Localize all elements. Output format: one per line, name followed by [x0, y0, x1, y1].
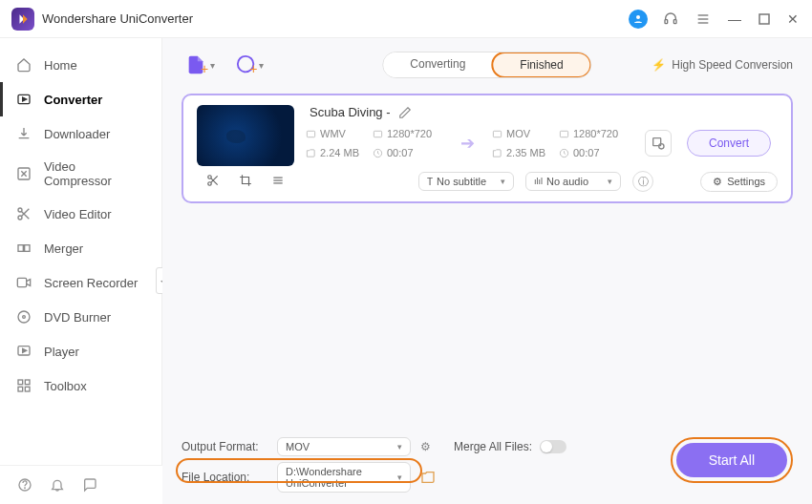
recorder-icon [15, 274, 32, 291]
play-icon [15, 343, 32, 360]
video-thumbnail[interactable] [197, 105, 294, 166]
svg-rect-1 [665, 19, 668, 23]
settings-button[interactable]: ⚙Settings [700, 172, 778, 192]
close-icon[interactable]: ✕ [785, 10, 801, 29]
titlebar: Wondershare UniConverter — ✕ [0, 0, 812, 38]
download-icon [15, 125, 32, 142]
sidebar-item-dvd[interactable]: DVD Burner [0, 300, 161, 334]
svg-rect-23 [18, 387, 23, 391]
svg-rect-21 [18, 380, 23, 385]
sidebar-item-label: Home [44, 58, 77, 73]
output-format-select[interactable]: MOV▾ [277, 437, 411, 456]
svg-point-18 [23, 316, 26, 319]
svg-point-0 [636, 15, 640, 19]
converter-icon [15, 91, 32, 108]
sidebar-item-downloader[interactable]: Downloader [0, 116, 161, 151]
source-meta: WMV 1280*720 2.24 MB 00:07 [306, 125, 443, 161]
grid-icon [15, 377, 32, 394]
merger-icon [15, 240, 32, 257]
file-title: Scuba Diving - [310, 105, 391, 119]
tab-bar: Converting Finished [382, 52, 591, 78]
gear-icon: ⚙ [713, 176, 722, 188]
svg-rect-16 [17, 278, 26, 286]
minimize-icon[interactable]: — [726, 10, 743, 29]
output-settings-icon[interactable] [645, 130, 672, 157]
chevron-down-icon: ▾ [501, 177, 505, 186]
output-format-label: Output Format: [182, 440, 267, 453]
trim-icon[interactable] [206, 174, 220, 187]
svg-rect-36 [374, 131, 381, 136]
edit-title-icon[interactable] [398, 106, 412, 119]
bell-icon[interactable] [50, 477, 65, 493]
maximize-icon[interactable] [757, 11, 772, 27]
output-format-gear-icon[interactable]: ⚙ [420, 440, 431, 453]
subtitle-select[interactable]: TNo subtitle▾ [418, 172, 514, 191]
svg-rect-22 [25, 380, 30, 385]
svg-rect-15 [25, 245, 30, 252]
sidebar-item-editor[interactable]: Video Editor [0, 197, 161, 231]
sidebar-item-label: Player [44, 345, 79, 359]
file-card: Scuba Diving - WMV 1280*720 2.24 MB 00:0… [182, 94, 793, 203]
sidebar: Home Converter Downloader Video Compress… [0, 38, 162, 504]
sidebar-item-merger[interactable]: Merger [0, 231, 161, 265]
svg-rect-39 [560, 131, 567, 136]
sidebar-item-player[interactable]: Player [0, 334, 161, 368]
sidebar-item-compressor[interactable]: Video Compressor [0, 151, 161, 197]
start-all-button[interactable]: Start All [676, 443, 787, 477]
sidebar-item-label: Merger [44, 242, 83, 256]
svg-point-11 [18, 216, 22, 220]
compressor-icon [15, 165, 32, 182]
high-speed-toggle[interactable]: ⚡High Speed Conversion [652, 58, 793, 72]
sidebar-item-label: Screen Recorder [44, 276, 138, 290]
svg-rect-2 [673, 19, 676, 23]
file-location-select[interactable]: D:\Wondershare UniConverter▾ [277, 462, 411, 493]
svg-rect-6 [759, 14, 769, 24]
merge-toggle[interactable] [540, 440, 566, 453]
info-icon[interactable]: ⓘ [632, 171, 653, 192]
sidebar-item-converter[interactable]: Converter [0, 82, 161, 116]
svg-point-10 [18, 208, 22, 212]
sidebar-item-recorder[interactable]: Screen Recorder [0, 265, 161, 300]
open-folder-icon[interactable] [420, 470, 436, 485]
crop-icon[interactable] [239, 174, 252, 187]
tab-converting[interactable]: Converting [383, 52, 492, 77]
merge-label: Merge All Files: [454, 440, 532, 453]
svg-point-26 [25, 488, 26, 489]
sidebar-item-toolbox[interactable]: Toolbox [0, 368, 161, 403]
add-folder-button[interactable]: +▾ [232, 50, 267, 80]
feedback-icon[interactable] [82, 477, 97, 493]
chevron-down-icon: ▾ [210, 60, 215, 71]
headset-icon[interactable] [661, 10, 680, 29]
svg-rect-24 [25, 387, 30, 391]
scissors-icon [15, 205, 32, 222]
svg-rect-35 [307, 131, 314, 136]
svg-point-29 [208, 182, 212, 186]
svg-marker-8 [23, 97, 27, 101]
convert-button[interactable]: Convert [687, 130, 771, 157]
svg-marker-20 [23, 348, 27, 352]
bolt-icon: ⚡ [652, 58, 666, 72]
main-panel: +▾ +▾ Converting Finished ⚡High Speed Co… [162, 38, 812, 504]
chevron-down-icon: ▾ [397, 472, 402, 482]
audio-select[interactable]: ılılNo audio▾ [525, 172, 621, 191]
svg-point-17 [18, 311, 30, 323]
add-file-button[interactable]: +▾ [182, 50, 219, 80]
highlight-ring: Start All [671, 437, 793, 483]
user-avatar-icon[interactable] [629, 10, 648, 29]
svg-rect-38 [493, 131, 501, 136]
sidebar-item-label: Downloader [44, 127, 110, 141]
svg-point-28 [208, 176, 212, 179]
help-icon[interactable] [17, 477, 32, 493]
app-logo [11, 8, 34, 31]
target-meta: MOV 1280*720 2.35 MB 00:07 [492, 125, 630, 161]
chevron-down-icon: ▾ [608, 177, 612, 186]
more-icon[interactable] [271, 174, 285, 187]
home-icon [15, 56, 32, 74]
disc-icon [15, 308, 32, 326]
tab-finished[interactable]: Finished [491, 52, 591, 78]
sidebar-item-label: Video Compressor [44, 159, 146, 188]
sidebar-item-home[interactable]: Home [0, 48, 161, 82]
high-speed-label: High Speed Conversion [672, 58, 793, 72]
svg-point-42 [659, 144, 664, 149]
menu-icon[interactable] [694, 10, 713, 29]
